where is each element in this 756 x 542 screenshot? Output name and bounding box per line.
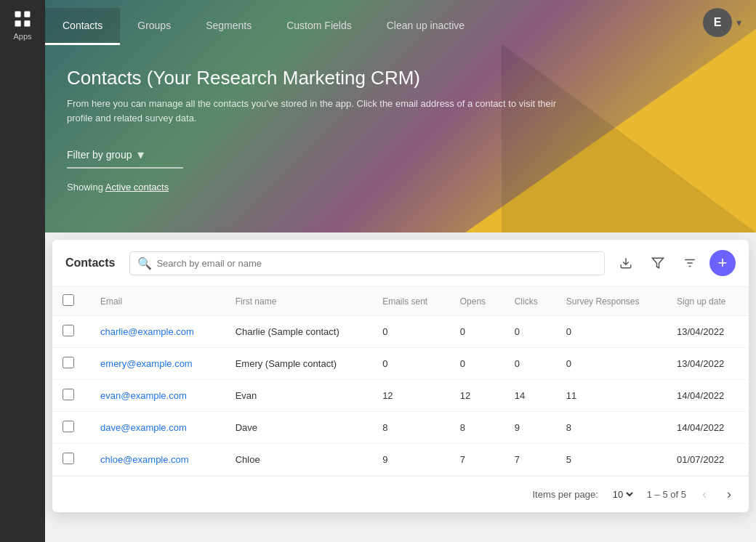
email-link-4[interactable]: chloe@example.com [100,454,189,465]
content-area: Contacts (Your Research Marketing CRM) F… [45,45,756,207]
sort-button[interactable] [677,251,702,275]
cell-email-0: charlie@example.com [90,316,225,348]
email-link-3[interactable]: dave@example.com [100,422,187,433]
col-sign-up-date: Sign up date [667,287,749,316]
cell-clicks-0: 0 [504,316,556,348]
pagination-prev-button[interactable]: ‹ [698,485,711,503]
cell-sign-up-date-4: 01/07/2022 [667,444,749,476]
table-row: dave@example.com Dave 8 8 9 8 14/04/2022 [52,412,749,444]
main-content: E ▾ Contacts Groups Segments Custom Fiel… [45,0,756,542]
cell-sign-up-date-2: 14/04/2022 [667,380,749,412]
filter-label: Filter by group [67,149,132,161]
email-link-0[interactable]: charlie@example.com [100,326,194,337]
col-opens: Opens [450,287,504,316]
sidebar-apps-button[interactable]: Apps [12,9,33,41]
showing-row: Showing Active contacts [67,182,734,193]
cell-clicks-4: 7 [504,444,556,476]
pagination-info: 1 – 5 of 5 [647,489,686,500]
cell-opens-4: 7 [450,444,504,476]
cell-opens-3: 8 [450,412,504,444]
filter-row: Filter by group ▾ [67,142,734,169]
table-row: chloe@example.com Chloe 9 7 7 5 01/07/20… [52,444,749,476]
pagination-next-button[interactable]: › [723,485,736,503]
table-row: emery@example.com Emery (Sample contact)… [52,348,749,380]
row-checkbox-1[interactable] [63,357,74,368]
cell-email-3: dave@example.com [90,412,225,444]
page-subtitle: From here you can manage all the contact… [67,97,576,125]
page-title: Contacts (Your Research Marketing CRM) [67,67,734,89]
cell-email-1: emery@example.com [90,348,225,380]
cell-opens-2: 12 [450,380,504,412]
cell-clicks-2: 14 [504,380,556,412]
sidebar: Apps [0,0,45,542]
filter-button[interactable] [646,251,670,275]
cell-sign-up-date-1: 13/04/2022 [667,348,749,380]
cell-survey-responses-0: 0 [556,316,667,348]
cell-emails-sent-3: 8 [372,412,450,444]
search-input[interactable] [156,258,597,269]
col-clicks: Clicks [504,287,556,316]
row-checkbox-3[interactable] [63,421,74,432]
cell-first-name-3: Dave [225,412,372,444]
cell-email-4: chloe@example.com [90,444,225,476]
cell-sign-up-date-0: 13/04/2022 [667,316,749,348]
table-card-title: Contacts [65,256,115,270]
contacts-table-card: Contacts 🔍 + [52,240,749,512]
cell-emails-sent-2: 12 [372,380,450,412]
cell-opens-0: 0 [450,316,504,348]
email-link-2[interactable]: evan@example.com [100,390,187,401]
cell-survey-responses-4: 5 [556,444,667,476]
cell-clicks-3: 9 [504,412,556,444]
row-checkbox-4[interactable] [63,453,74,464]
cell-first-name-4: Chloe [225,444,372,476]
cell-clicks-1: 0 [504,348,556,380]
svg-marker-5 [653,258,664,268]
sidebar-apps-label: Apps [13,32,31,41]
cell-emails-sent-0: 0 [372,316,450,348]
cell-survey-responses-3: 8 [556,412,667,444]
contacts-table: Email First name Emails sent Opens Click… [52,287,749,476]
cell-survey-responses-1: 0 [556,348,667,380]
user-menu-arrow[interactable]: ▾ [736,17,741,28]
row-checkbox-2[interactable] [63,389,74,400]
items-per-page-label: Items per page: [532,489,598,500]
col-emails-sent: Emails sent [372,287,450,316]
top-header: E ▾ [45,0,756,45]
cell-sign-up-date-3: 14/04/2022 [667,412,749,444]
col-first-name: First name [225,287,372,316]
cell-first-name-2: Evan [225,380,372,412]
svg-rect-1 [24,12,30,17]
table-row: evan@example.com Evan 12 12 14 11 14/04/… [52,380,749,412]
email-link-1[interactable]: emery@example.com [100,358,193,369]
filter-dropdown-arrow: ▾ [137,147,144,163]
row-checkbox-0[interactable] [63,325,74,336]
table-actions: + [614,250,736,276]
download-button[interactable] [614,251,638,275]
filter-by-group-dropdown[interactable]: Filter by group ▾ [67,142,183,169]
cell-emails-sent-4: 9 [372,444,450,476]
cell-opens-1: 0 [450,348,504,380]
showing-prefix: Showing [67,182,105,193]
col-survey-responses: Survey Responses [556,287,667,316]
search-box: 🔍 [129,251,605,275]
select-all-checkbox[interactable] [63,294,74,306]
svg-rect-0 [15,12,21,17]
table-row: charlie@example.com Charlie (Sample cont… [52,316,749,348]
search-icon: 🔍 [137,256,152,270]
add-contact-button[interactable]: + [709,250,736,276]
cell-emails-sent-1: 0 [372,348,450,380]
svg-rect-3 [24,20,30,26]
col-email: Email [90,287,225,316]
table-card-header: Contacts 🔍 + [52,240,749,287]
cell-first-name-1: Emery (Sample contact) [225,348,372,380]
user-avatar[interactable]: E [703,8,732,37]
items-per-page-select[interactable]: 10 25 50 [610,488,635,501]
svg-rect-2 [15,20,21,26]
cell-first-name-0: Charlie (Sample contact) [225,316,372,348]
cell-survey-responses-2: 11 [556,380,667,412]
active-contacts-link[interactable]: Active contacts [105,182,169,193]
pagination-row: Items per page: 10 25 50 1 – 5 of 5 ‹ › [52,476,749,512]
cell-email-2: evan@example.com [90,380,225,412]
